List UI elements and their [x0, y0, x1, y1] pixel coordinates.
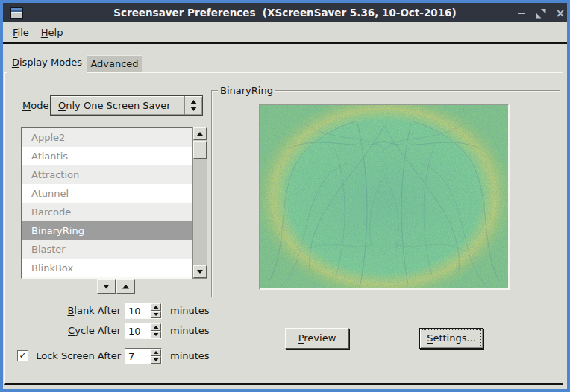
maximize-button[interactable]	[533, 6, 549, 21]
scrollbar-thumb[interactable]	[193, 141, 207, 159]
settings-button[interactable]: Settings...	[419, 328, 483, 349]
mode-combobox-value: Only One Screen Saver	[51, 100, 184, 111]
preview-frame-title: BinaryRing	[218, 85, 275, 96]
minimize-icon	[518, 13, 525, 14]
settings-button-label: Settings...	[422, 329, 481, 347]
lock-screen-after-label: Lock Screen After	[30, 348, 121, 364]
preview-noise	[260, 105, 508, 288]
arrow-down-icon	[154, 358, 159, 361]
blank-after-label: Blank After	[31, 303, 121, 319]
preview-image	[259, 104, 510, 290]
cycle-after-label: Cycle After	[31, 323, 121, 339]
maximize-icon	[536, 9, 546, 19]
list-item-selected[interactable]: BinaryRing	[22, 221, 192, 240]
lock-after-spinbox	[125, 348, 162, 364]
move-down-button[interactable]	[97, 279, 116, 294]
preview-scribbles	[260, 105, 508, 288]
list-item[interactable]: Apple2	[22, 128, 192, 147]
lock-after-spin-down[interactable]	[151, 356, 161, 364]
blank-after-spin-down[interactable]	[151, 311, 161, 318]
check-icon: ✓	[19, 351, 26, 360]
move-up-button[interactable]	[116, 279, 135, 294]
lock-after-spin-up[interactable]	[151, 349, 161, 356]
blank-after-unit: minutes	[170, 303, 210, 319]
menubar: File Help	[3, 22, 567, 42]
arrow-down-icon	[154, 333, 159, 336]
tab-display-modes[interactable]: Display Modes	[7, 53, 87, 73]
list-item[interactable]: Attraction	[22, 165, 192, 184]
blank-after-spin-up[interactable]	[151, 303, 161, 311]
list-item[interactable]: Atlantis	[22, 147, 192, 165]
list-item[interactable]: Atunnel	[22, 184, 192, 203]
window: Screensaver Preferences (XScreenSaver 5.…	[0, 0, 570, 392]
list-item[interactable]: Barcode	[22, 203, 192, 221]
menubar-separator	[3, 42, 567, 44]
menu-item-help[interactable]: Help	[39, 25, 66, 39]
arrow-down-icon	[154, 313, 159, 316]
arrow-down-icon	[197, 270, 203, 274]
mode-combobox[interactable]: Only One Screen Saver	[50, 95, 203, 116]
saver-list: Apple2 Atlantis Attraction Atunnel Barco…	[21, 127, 193, 279]
list-item[interactable]: BlinkBox	[22, 259, 192, 277]
cycle-after-spin-down[interactable]	[151, 331, 161, 338]
blank-after-spinbox	[125, 303, 162, 319]
arrow-up-icon	[154, 351, 159, 354]
cycle-after-input[interactable]	[125, 323, 151, 338]
lock-after-unit: minutes	[170, 348, 210, 364]
tab-advanced[interactable]: Advanced	[87, 55, 142, 72]
mode-label: Mode:	[22, 96, 52, 115]
minimize-button[interactable]	[513, 6, 530, 21]
list-scrollbar[interactable]	[192, 127, 207, 279]
blank-after-input[interactable]	[125, 303, 151, 318]
window-title: Screensaver Preferences (XScreenSaver 5.…	[3, 3, 567, 22]
preview-button[interactable]: Preview	[285, 328, 349, 349]
cycle-after-unit: minutes	[170, 323, 210, 339]
lock-screen-checkbox[interactable]: ✓	[17, 350, 28, 361]
arrow-up-icon	[122, 285, 129, 289]
scroll-up-button[interactable]	[193, 127, 207, 140]
close-button[interactable]: ×	[552, 6, 569, 21]
arrow-up-icon	[154, 326, 159, 329]
lock-after-input[interactable]	[125, 349, 151, 364]
cycle-after-spinbox	[125, 323, 162, 339]
titlebar[interactable]: Screensaver Preferences (XScreenSaver 5.…	[3, 3, 567, 22]
menu-item-file[interactable]: File	[10, 25, 31, 39]
scroll-down-button[interactable]	[193, 265, 207, 278]
cycle-after-spin-up[interactable]	[151, 323, 161, 331]
combo-spinner-icon[interactable]	[184, 96, 202, 115]
arrow-down-icon	[103, 285, 110, 289]
list-item[interactable]: Blaster	[22, 240, 192, 259]
arrow-up-icon	[197, 132, 203, 136]
arrow-up-icon	[154, 306, 159, 309]
close-icon: ×	[556, 8, 566, 19]
